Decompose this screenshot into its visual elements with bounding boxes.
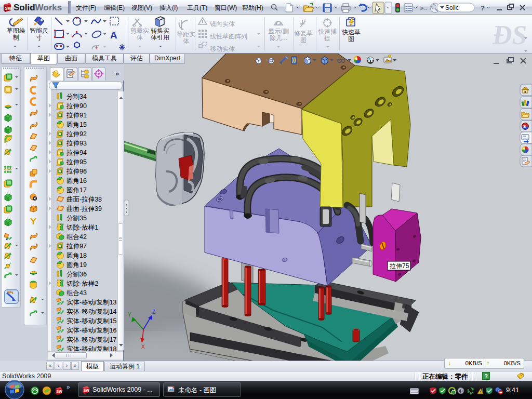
svg-text:SW: SW — [57, 390, 63, 393]
svg-text:Z: Z — [152, 309, 155, 315]
svg-text:!: ! — [480, 390, 481, 394]
svg-text:S: S — [523, 124, 526, 129]
svg-text:X: X — [141, 344, 145, 350]
svg-text:Y: Y — [128, 312, 131, 317]
svg-text:拉伸75: 拉伸75 — [389, 262, 409, 270]
svg-text:SW: SW — [84, 389, 90, 392]
